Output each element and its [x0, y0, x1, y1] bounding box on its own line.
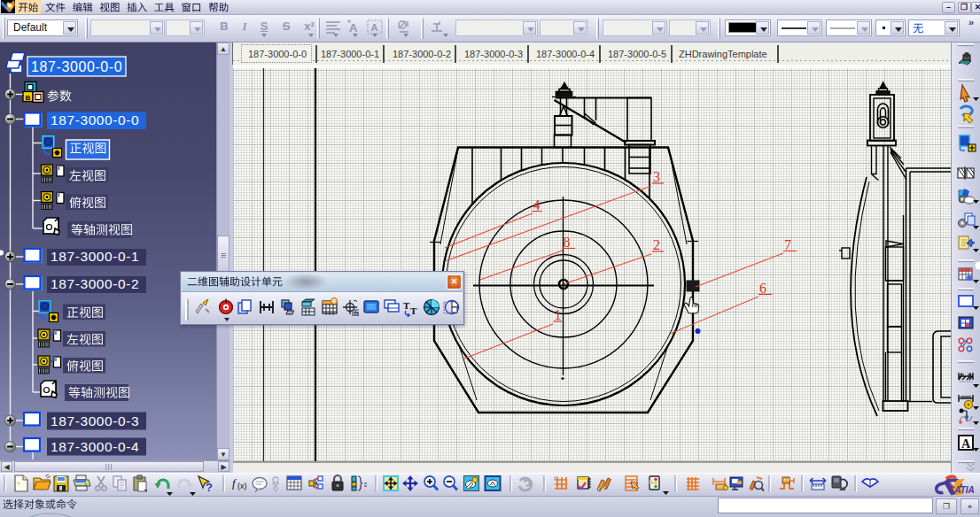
svg-text:(x): (x) [237, 482, 247, 490]
svg-text:T: T [403, 300, 410, 311]
svg-text:CATIA: CATIA [948, 485, 975, 495]
svg-text:T: T [410, 305, 417, 316]
svg-text:?: ? [206, 481, 213, 494]
